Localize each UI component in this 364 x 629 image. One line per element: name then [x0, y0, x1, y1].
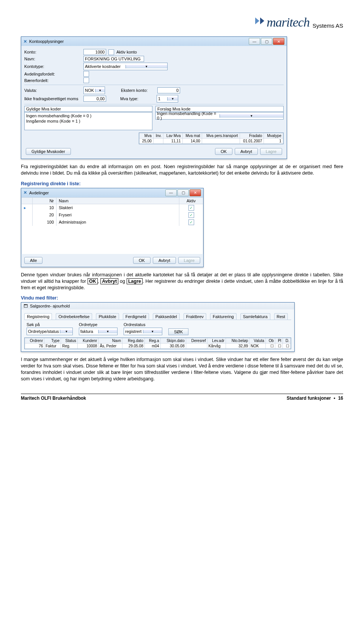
checkbox-aktiv[interactable]: ✓	[188, 212, 194, 218]
input-ekstern-konto[interactable]: 0	[157, 87, 180, 93]
maximize-button[interactable]: ▢	[261, 38, 272, 45]
label-navn: Navn:	[24, 57, 81, 61]
keyword-ok: OK	[88, 278, 98, 284]
label-ordretype: Ordretype	[79, 322, 118, 327]
body-paragraph-1: Fra registreringsbildet kan du endre all…	[21, 164, 343, 177]
table-row: ▸ 10 Slakteri ✓	[22, 204, 203, 211]
page-footer: Maritech OLFI Brukerhåndbok Standard fun…	[21, 394, 343, 401]
tab-fraktbrev[interactable]: Fraktbrev	[184, 313, 206, 320]
label-baererfordelt: Bærerfordelt:	[24, 78, 81, 83]
ok-button[interactable]: OK	[215, 148, 232, 155]
checkbox-aktiv[interactable]: ✓	[188, 205, 194, 211]
window-title: Kontoopplysninger	[29, 39, 64, 44]
order-grid[interactable]: OrdrenrTypeStatus KundenrNavnReg.dato Re…	[24, 337, 291, 349]
alle-button[interactable]: Alle	[24, 257, 42, 264]
close-button[interactable]: ✕	[190, 189, 201, 196]
tab-ordrebekreftelse[interactable]: Ordrebekreftelse	[56, 313, 92, 320]
app-icon: 🗔	[24, 304, 28, 308]
gyldige-mvakoder-button[interactable]: Gyldige Mvakoder	[26, 148, 71, 155]
input-navn[interactable]: FORSKNING OG UTVIKLING	[83, 56, 144, 62]
select-mvatype[interactable]: 1▼	[157, 95, 178, 102]
tab-bar: Registrering Ordrebekreftelse Plukkliste…	[24, 313, 291, 320]
label-konto: Konto:	[24, 50, 81, 54]
keyword-avbryt: Avbryt	[100, 278, 118, 284]
avbryt-button[interactable]: Avbryt	[153, 257, 176, 264]
tab-samlefaktura[interactable]: Samlefaktura	[240, 313, 270, 320]
tab-fakturering[interactable]: Fakturering	[210, 313, 237, 320]
label-ordrestatus: Ordrestatus	[124, 322, 162, 327]
avbryt-button[interactable]: Avbryt	[235, 148, 258, 155]
app-icon: ✕	[24, 190, 27, 195]
input-konto[interactable]: 1000	[83, 49, 106, 55]
heading-vindu-filter: Vindu med filter:	[21, 295, 343, 301]
select-sok-pa[interactable]: Ordretype/status▼	[27, 328, 73, 335]
label-valuta: Valuta:	[24, 88, 81, 93]
body-paragraph-2: Denne typen vinduer brukes når informasj…	[21, 272, 343, 291]
label-aktiv: Aktiv konto	[116, 50, 137, 54]
maximize-button[interactable]: ▢	[177, 189, 189, 196]
checkbox-baererfordelt[interactable]	[83, 77, 89, 83]
select-ordrestatus[interactable]: registrert▼	[124, 328, 162, 335]
ok-button[interactable]: OK	[133, 257, 151, 264]
minimize-button[interactable]: —	[249, 38, 260, 45]
brand-name: maritech	[267, 15, 309, 30]
table-row: 20 Fryseri ✓	[22, 211, 203, 219]
window-salgsordre: 🗔 Salgsordre- ajourhold Registrering Ord…	[21, 302, 295, 352]
body-paragraph-3: I mange sammenhenger er det aktuelt å ve…	[21, 356, 343, 382]
checkbox-aktiv[interactable]	[108, 49, 114, 55]
label-ikke-fradrag: Ikke fradragsberettiget moms	[24, 96, 81, 101]
table-row: 100 Administrasjon ✓	[22, 219, 203, 226]
tab-plukkliste[interactable]: Plukkliste	[96, 313, 119, 320]
label-kontotype: Kontotype:	[24, 64, 81, 69]
footer-page-number: 16	[338, 396, 343, 401]
tab-rest[interactable]: Rest	[274, 313, 288, 320]
mva-grid: MvaInv. Lav MvaMva mat Mva pers.transpor…	[139, 132, 284, 144]
select-kontotype[interactable]: Aktiverte kostnader▼	[83, 63, 168, 70]
tab-registrering[interactable]: Registrering	[24, 313, 52, 320]
label-gyldige: Gyldige Mva koder	[24, 106, 152, 112]
minimize-button[interactable]: —	[165, 189, 177, 196]
sok-button[interactable]: SØK	[168, 328, 188, 335]
tab-pakkseddel[interactable]: Pakkseddel	[153, 313, 180, 320]
brand-suffix: Systems AS	[312, 22, 343, 29]
checkbox-avdelingsfordelt[interactable]	[83, 71, 89, 77]
window-kontoopplysninger: ✕ Kontoopplysninger — ▢ ✕ Konto: 1000 Ak…	[21, 36, 287, 159]
label-avdelingsfordelt: Avdelingsfordelt:	[24, 72, 81, 76]
checkbox-aktiv[interactable]: ✓	[188, 219, 194, 225]
table-row: 76Faktur Reg.10008 Ås, Peder29.05.08 m04…	[25, 344, 291, 349]
close-button[interactable]: ✕	[273, 38, 284, 45]
keyword-lagre: Lagre	[127, 278, 143, 284]
avdelinger-table[interactable]: Nr Navn Aktiv ▸ 10 Slakteri ✓ 20 Fryseri…	[21, 197, 203, 254]
heading-registrering-liste: Registrering direkte i liste:	[21, 181, 343, 186]
logo-icon	[255, 17, 264, 24]
list-gyldige-mva[interactable]: Ingen momsbehandling (Kode = 0 ) Inngåen…	[24, 112, 152, 130]
page-header: maritech Systems AS	[21, 15, 343, 30]
select-ordretype[interactable]: faktura▼	[79, 328, 118, 335]
label-mvatype: Mva type:	[120, 96, 154, 101]
input-ikke-fradrag[interactable]: 0,00	[83, 96, 106, 102]
footer-section: Standard funksjoner	[287, 396, 331, 401]
tab-ferdigmeld[interactable]: Ferdigmeld	[123, 313, 149, 320]
app-icon: ✕	[24, 39, 27, 44]
lagre-button[interactable]: Lagre	[178, 257, 200, 264]
footer-left: Maritech OLFI Brukerhåndbok	[21, 396, 86, 401]
label-ekstern-konto: Ekstern konto:	[121, 88, 155, 93]
window-avdelinger: ✕ Avdelinger — ▢ ✕ Nr Navn Aktiv ▸ 10	[21, 188, 204, 267]
select-valuta[interactable]: NOK▼	[83, 87, 105, 94]
window-title: Salgsordre- ajourhold	[30, 304, 70, 308]
label-sok-pa: Søk på	[27, 322, 73, 327]
window-title: Avdelinger	[29, 191, 49, 195]
lagre-button[interactable]: Lagre	[260, 148, 282, 155]
select-forslag-mva[interactable]: Ingen momsbehandling (Kode = 0 )▼	[155, 112, 284, 120]
